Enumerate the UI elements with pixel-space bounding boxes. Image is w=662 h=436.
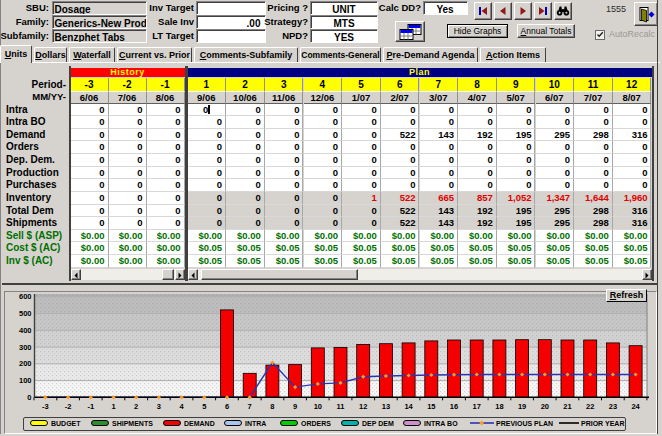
svg-text:20: 20 [541, 402, 549, 411]
svg-text:13: 13 [382, 402, 390, 411]
svg-text:6: 6 [225, 402, 229, 411]
svg-text:7: 7 [248, 402, 252, 411]
svg-text:-1: -1 [87, 402, 94, 411]
svg-text:3: 3 [157, 402, 161, 411]
svg-text:24: 24 [631, 402, 640, 411]
svg-text:8: 8 [270, 402, 274, 411]
svg-text:15: 15 [427, 402, 435, 411]
svg-text:-2: -2 [65, 402, 72, 411]
svg-text:1: 1 [111, 402, 115, 411]
svg-text:23: 23 [609, 402, 617, 411]
svg-text:22: 22 [586, 402, 594, 411]
svg-text:4: 4 [180, 402, 185, 411]
svg-text:-3: -3 [42, 402, 49, 411]
svg-text:11: 11 [337, 402, 345, 411]
svg-text:18: 18 [495, 402, 503, 411]
svg-text:14: 14 [404, 402, 413, 411]
svg-text:17: 17 [473, 402, 481, 411]
svg-text:9: 9 [293, 402, 297, 411]
svg-text:100: 100 [19, 376, 32, 385]
svg-text:12: 12 [359, 402, 367, 411]
svg-text:2: 2 [134, 402, 138, 411]
svg-text:500: 500 [19, 309, 32, 318]
svg-text:21: 21 [563, 402, 571, 411]
svg-text:5: 5 [202, 402, 206, 411]
svg-text:16: 16 [450, 402, 458, 411]
svg-text:600: 600 [19, 292, 32, 301]
svg-text:400: 400 [19, 326, 32, 335]
svg-text:10: 10 [314, 402, 322, 411]
svg-text:300: 300 [19, 343, 32, 352]
svg-text:0: 0 [27, 393, 31, 402]
svg-text:19: 19 [518, 402, 526, 411]
svg-text:200: 200 [19, 359, 32, 368]
